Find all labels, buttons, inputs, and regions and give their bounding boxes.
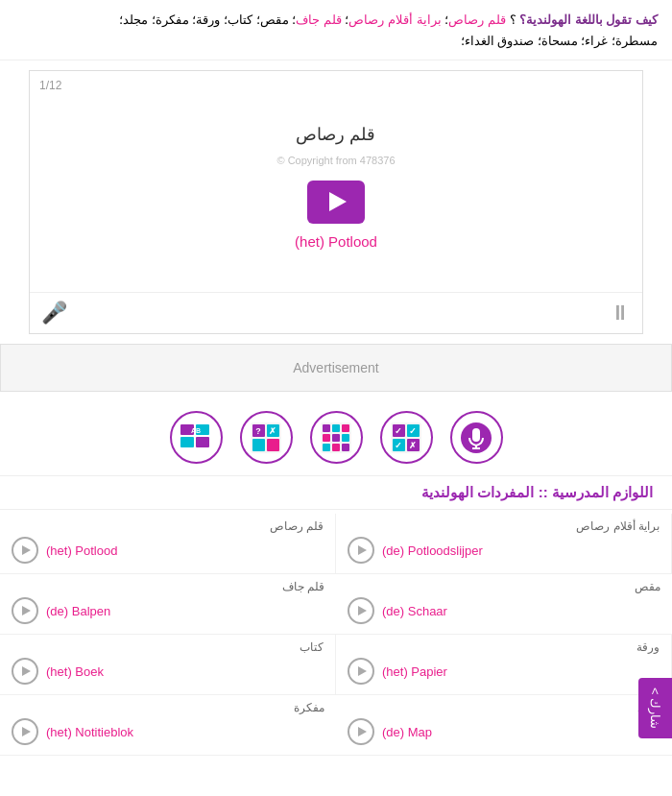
svg-text:?: ? (255, 426, 261, 436)
item-paper: ورقة (196, 12, 220, 27)
item-link-1[interactable]: قلم رصاص (448, 12, 506, 27)
separator: ؟ (506, 12, 516, 27)
play-button-map[interactable] (348, 718, 374, 745)
header-question: كيف تقول باللغة الهولندية؟ ؟ قلم رصاص؛ ب… (0, 0, 672, 60)
question-title: كيف تقول باللغة الهولندية؟ (519, 12, 658, 27)
svg-text:✗: ✗ (409, 441, 417, 450)
item-lunchbox: صندوق الغداء (465, 34, 535, 48)
listen-game-icon (459, 421, 493, 455)
share-button[interactable]: < شارك (638, 678, 672, 738)
item-notes: مفكرة (156, 12, 189, 27)
vocab-dutch-row-schaar: (de) Schaar (348, 597, 660, 624)
vocab-item-schaar: مقص (de) Schaar (336, 574, 672, 635)
vocab-item-potloodslijper: براية أقلام رصاص (de) Potloodslijper (336, 514, 672, 574)
vocab-col-left: قلم رصاص (het) Potlood قلم جاف (de) Balp… (0, 514, 336, 756)
svg-rect-17 (332, 434, 340, 442)
vocab-arabic-notitieblok: مفكرة (12, 701, 324, 714)
flashcard-content: قلم رصاص © Copyright from 478376 (het) P… (30, 71, 642, 292)
play-button-balpen[interactable] (12, 597, 38, 624)
play-tri-schaar (358, 606, 367, 615)
svg-text:✗: ✗ (269, 426, 276, 436)
svg-rect-13 (323, 424, 330, 432)
advertisement-banner: Advertisement (0, 344, 672, 392)
play-button-potloodslijper[interactable] (348, 537, 374, 564)
svg-rect-20 (332, 444, 340, 451)
flashcard-area: 1/12 قلم رصاص © Copyright from 478376 (h… (29, 70, 643, 334)
vocab-col-right: براية أقلام رصاص (de) Potloodslijper مقص… (336, 514, 672, 756)
play-button-notitieblok[interactable] (12, 718, 38, 745)
vocab-dutch-row-boek: (het) Boek (12, 658, 324, 685)
vocab-arabic-potlood: قلم رصاص (12, 519, 324, 533)
advertisement-label: Advertisement (293, 360, 378, 375)
svg-rect-3 (196, 437, 209, 447)
play-tri-map (358, 727, 367, 736)
play-button-schaar[interactable] (348, 597, 374, 624)
vocab-dutch-balpen: (de) Balpen (46, 604, 110, 618)
section-title: اللوازم المدرسية :: المفردات الهولندية (0, 475, 672, 510)
play-tri-potloodslijper (358, 545, 367, 555)
mic-icon[interactable]: 🎤 (41, 301, 67, 326)
item-link-3[interactable]: قلم جاف (296, 12, 342, 27)
vocab-arabic-map: مجلد (348, 701, 660, 714)
flashcard-word: قلم رصاص (296, 124, 375, 145)
vocab-dutch-schaar: (de) Schaar (382, 604, 447, 618)
flashcard-game-icon: AB (179, 421, 213, 455)
svg-rect-14 (332, 424, 340, 432)
flashcard-counter: 1/12 (39, 79, 61, 92)
vocab-item-papier: ورقة (het) Papier (336, 635, 672, 695)
vocab-dutch-boek: (het) Boek (46, 664, 104, 679)
vocab-item-potlood: قلم رصاص (het) Potlood (0, 514, 336, 574)
vocab-dutch-notitieblok: (het) Notitieblok (46, 725, 133, 739)
svg-rect-2 (180, 437, 194, 447)
vocab-dutch-row-balpen: (de) Balpen (12, 597, 324, 624)
play-tri-potlood (22, 545, 31, 555)
svg-rect-16 (323, 434, 330, 442)
vocab-dutch-row-notitieblok: (het) Notitieblok (12, 718, 324, 745)
svg-rect-9 (267, 439, 279, 451)
vocab-dutch-row-potloodslijper: (de) Potloodslijper (348, 537, 660, 564)
play-tri-boek (22, 666, 31, 676)
vocab-dutch-row-papier: (het) Papier (348, 658, 660, 685)
match-game-button[interactable] (310, 411, 363, 464)
vocab-dutch-potloodslijper: (de) Potloodslijper (382, 543, 483, 558)
quiz-game-icon: ? ✗ (249, 421, 283, 455)
play-button-papier[interactable] (348, 658, 374, 685)
item-scissors: مقص (260, 12, 289, 27)
listen-game-button[interactable] (450, 411, 503, 464)
pause-icon[interactable]: ⏸ (610, 301, 631, 326)
item-ruler: مسطرة (615, 34, 658, 48)
vocab-dutch-map: (de) Map (382, 725, 432, 739)
flashcard-play-button[interactable] (307, 181, 365, 224)
play-triangle-icon (329, 192, 347, 211)
play-button-potlood[interactable] (12, 537, 38, 564)
vocab-grid: قلم رصاص (het) Potlood قلم جاف (de) Balp… (0, 514, 672, 756)
item-list-2: مسطرة؛ غراء؛ مسحاة؛ صندوق الغداء؛ (461, 34, 659, 48)
item-link-2[interactable]: براية أقلام رصاص (348, 12, 441, 27)
vocab-dutch-potlood: (het) Potlood (46, 543, 117, 558)
quiz-game-button[interactable]: ? ✗ (240, 411, 293, 464)
vocab-arabic-potloodslijper: براية أقلام رصاص (348, 519, 660, 533)
vocab-item-map: مجلد (de) Map (336, 695, 672, 756)
item-eraser: مسحاة (541, 34, 578, 48)
vocab-dutch-row-potlood: (het) Potlood (12, 537, 324, 564)
vocab-arabic-boek: كتاب (12, 640, 324, 654)
svg-text:✓: ✓ (395, 426, 402, 436)
svg-rect-21 (342, 444, 349, 451)
item-glue: غراء (585, 34, 608, 48)
vocab-arabic-papier: ورقة (348, 640, 660, 654)
svg-rect-8 (252, 439, 265, 451)
vocab-dutch-papier: (het) Papier (382, 664, 447, 679)
match-game-icon (319, 421, 353, 455)
check-game-button[interactable]: ✓ ✓ ✓ ✗ (380, 411, 433, 464)
flashcard-translation: (het) Potlood (295, 233, 377, 250)
flashcard-game-button[interactable]: AB (170, 411, 223, 464)
play-button-boek[interactable] (12, 658, 38, 685)
share-label: < شارك (648, 687, 662, 729)
vocab-arabic-balpen: قلم جاف (12, 580, 324, 593)
svg-text:✓: ✓ (409, 426, 417, 436)
check-game-icon: ✓ ✓ ✓ ✗ (389, 421, 423, 455)
vocab-dutch-row-map: (de) Map (348, 718, 660, 745)
item-list: قلم رصاص؛ براية أقلام رصاص؛ قلم جاف؛ مقص… (119, 12, 506, 27)
svg-rect-15 (342, 424, 349, 432)
vocab-item-notitieblok: مفكرة (het) Notitieblok (0, 695, 336, 756)
